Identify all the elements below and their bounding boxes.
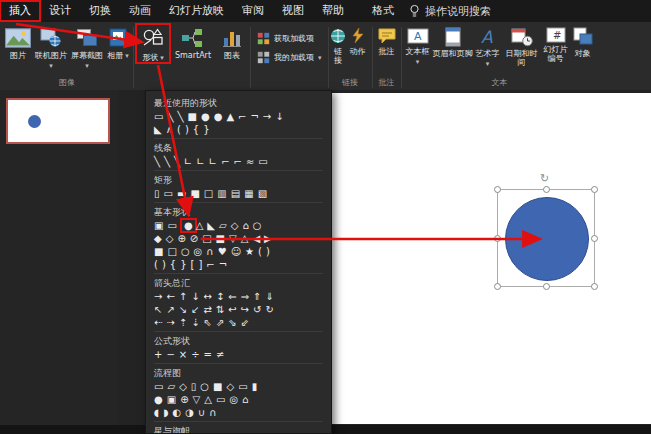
slide-number-icon: # [546, 27, 566, 43]
group-images: 图片 联机图片 屏幕截图 [2, 24, 132, 90]
tab-design[interactable]: 设计 [40, 1, 80, 21]
basic-shape-items[interactable]: ▣▭ [154, 220, 181, 231]
photo-album-button[interactable]: 相册 [105, 24, 131, 61]
section-label-recent: 最近使用的形状 [154, 94, 323, 110]
slide-number-label: 幻灯片编号 [543, 45, 569, 63]
tab-slideshow[interactable]: 幻灯片放映 [160, 1, 233, 21]
photo-album-icon [107, 27, 129, 49]
svg-text:A: A [414, 30, 422, 43]
pictures-label: 图片 [10, 51, 26, 60]
ribbon: 图片 联机图片 屏幕截图 [0, 22, 651, 90]
header-footer-button[interactable]: 页眉和页脚 [432, 24, 474, 58]
resize-handle-w[interactable] [494, 235, 501, 242]
smartart-icon [181, 27, 205, 49]
flowchart-shapes-row-1[interactable]: ▭▱◇▯○■◇▭▮ [154, 380, 323, 393]
resize-handle-n[interactable] [543, 186, 550, 193]
online-picture-icon [40, 27, 62, 49]
smartart-button[interactable]: SmartArt [170, 24, 216, 60]
wordart-button[interactable]: A 艺术字 [474, 24, 502, 69]
shapes-button[interactable]: 形状 [136, 24, 170, 63]
slide-number-button[interactable]: # 幻灯片编号 [542, 24, 570, 63]
section-label-equation: 公式形状 [154, 331, 323, 348]
svg-text:#: # [553, 30, 561, 41]
flowchart-shapes-row-2[interactable]: ●▣⊕▽△▭◎⌂ [154, 393, 323, 406]
group-label-comments: 批注 [375, 78, 399, 90]
section-label-lines: 线条 [154, 138, 323, 155]
arrows-shapes-row-2[interactable]: ↖↗↘↙⇄⇅↩↪↺↻ [154, 303, 323, 316]
action-button[interactable]: 动作 [346, 24, 370, 56]
basic-shapes-row-4[interactable]: (){}[]⌐¬ [154, 258, 323, 271]
arrows-shapes-row-1[interactable]: →←↑↓↔↕⇐⇒⇑⇓ [154, 290, 323, 303]
group-comments: 批注 批注 [374, 24, 400, 90]
get-addins-button[interactable]: 获取加载项 [257, 32, 322, 45]
section-label-stars: 星与旗帜 [154, 421, 323, 434]
datetime-button[interactable]: 日期和时间 [502, 24, 542, 67]
group-separator [133, 27, 134, 88]
datetime-label: 日期和时间 [503, 49, 541, 67]
tab-animations[interactable]: 动画 [120, 1, 160, 21]
tab-view[interactable]: 视图 [273, 1, 313, 21]
resize-handle-s[interactable] [543, 283, 550, 290]
rectangles-shapes-row[interactable]: ▯▭▬■□▥▤▦▧ [154, 187, 323, 200]
resize-handle-sw[interactable] [494, 283, 501, 290]
rotate-handle[interactable]: ↻ [540, 172, 549, 185]
chart-button[interactable]: 图表 [216, 24, 248, 60]
pictures-button[interactable]: 图片 [3, 24, 33, 60]
my-addins-icon [257, 51, 270, 64]
object-label: 对象 [575, 49, 591, 58]
equation-shapes-row[interactable]: +−×÷=≠ [154, 348, 323, 361]
chart-label: 图表 [224, 51, 240, 60]
resize-handle-ne[interactable] [591, 186, 598, 193]
group-illustrations: 形状 SmartArt 图表 [135, 24, 249, 90]
action-label: 动作 [350, 47, 366, 56]
chart-icon [221, 27, 243, 49]
group-text: A 文本框 页眉和页脚 A 艺术字 [403, 24, 597, 90]
recent-shapes-row-2[interactable]: ◣∧(){} [154, 123, 323, 136]
link-button[interactable]: 链接 [331, 24, 346, 65]
get-addins-icon [257, 32, 270, 45]
textbox-button[interactable]: A 文本框 [404, 24, 432, 67]
slide-circle[interactable] [505, 197, 589, 281]
online-pictures-button[interactable]: 联机图片 [33, 24, 69, 71]
resize-handle-nw[interactable] [494, 186, 501, 193]
arrows-shapes-row-3[interactable]: ⇠⇢⇡⇣⇖⇗⇘⇙ [154, 316, 323, 329]
slide-canvas[interactable]: ↻ [300, 93, 651, 424]
slide-thumbnail[interactable] [6, 98, 110, 144]
shape-selection-box: ↻ [497, 189, 595, 287]
object-button[interactable]: 对象 [570, 24, 596, 58]
section-label-flowchart: 流程图 [154, 363, 323, 380]
group-separator [401, 27, 402, 88]
tab-review[interactable]: 审阅 [233, 1, 273, 21]
section-label-rectangles: 矩形 [154, 170, 323, 187]
group-addins: 获取加载项 我的加载项 [252, 24, 327, 90]
header-footer-label: 页眉和页脚 [433, 49, 473, 58]
resize-handle-e[interactable] [591, 235, 598, 242]
basic-shape-items[interactable]: △◣▱◇⌂○ [196, 220, 266, 231]
group-label-images: 图像 [3, 78, 131, 90]
tab-help[interactable]: 帮助 [313, 1, 353, 21]
tab-insert[interactable]: 插入 [0, 1, 40, 21]
photo-album-label: 相册 [107, 51, 129, 61]
basic-shapes-row-3[interactable]: ■□○◎∩♥☺★() [154, 245, 323, 258]
group-links: 链接 动作 链接 [330, 24, 371, 90]
basic-shapes-row-2[interactable]: ◆◇⊕⊘□■▽△◀▶ [154, 232, 323, 245]
shapes-label: 形状 [142, 53, 164, 63]
recent-shapes-row-1[interactable]: ▭╲╲■●●▲⌐¬→↓ [154, 110, 323, 123]
screenshot-label: 屏幕截图 [70, 51, 104, 71]
tab-transitions[interactable]: 切换 [80, 1, 120, 21]
section-label-block-arrows: 箭头总汇 [154, 273, 323, 290]
resize-handle-se[interactable] [591, 283, 598, 290]
thumbnail-circle-shape [28, 115, 41, 128]
screenshot-button[interactable]: 屏幕截图 [69, 24, 105, 71]
lines-shapes-row[interactable]: ╲╲╲∟∟∟⌐⌐≈▭ [154, 155, 323, 168]
group-label-links: 链接 [331, 78, 370, 90]
section-label-basic: 基本形状 [154, 202, 323, 219]
shapes-icon [141, 27, 165, 51]
tell-me-search[interactable]: 操作说明搜索 [409, 4, 491, 19]
tab-format[interactable]: 格式 [363, 1, 403, 21]
oval-shape-item[interactable]: ● [181, 219, 196, 232]
action-icon [350, 27, 366, 45]
flowchart-shapes-row-3[interactable]: ◖◗◐◑∪∩ [154, 406, 323, 419]
my-addins-button[interactable]: 我的加载项 [257, 51, 322, 64]
comment-button[interactable]: 批注 [375, 24, 399, 56]
